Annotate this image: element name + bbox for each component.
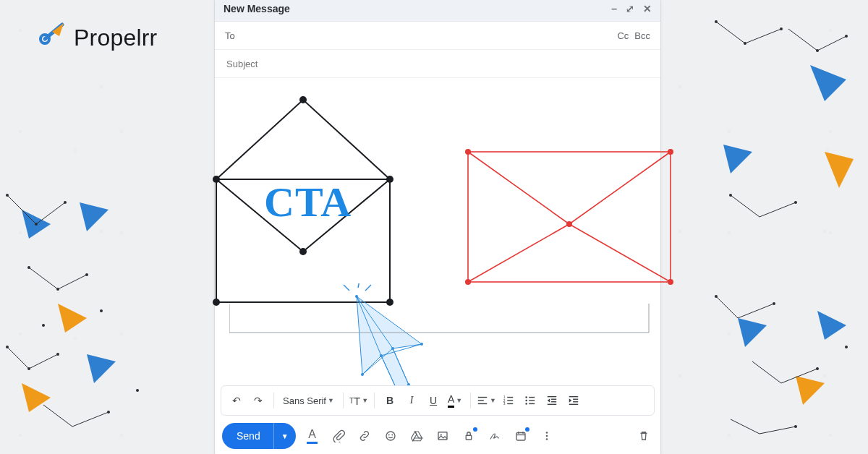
- svg-point-102: [525, 400, 527, 401]
- svg-point-77: [361, 373, 364, 376]
- svg-point-14: [42, 324, 45, 327]
- svg-point-54: [816, 367, 819, 370]
- font-family-select[interactable]: Sans Serif ▼: [280, 390, 337, 411]
- svg-marker-119: [412, 438, 422, 441]
- expand-icon[interactable]: ⤢: [626, 3, 634, 14]
- italic-icon[interactable]: I: [402, 390, 421, 411]
- compose-actions: Send ▼ A: [222, 421, 653, 450]
- undo-icon[interactable]: ↶: [227, 390, 246, 411]
- svg-point-59: [386, 176, 393, 183]
- svg-point-42: [794, 201, 797, 204]
- redo-icon[interactable]: ↷: [249, 390, 268, 411]
- svg-point-13: [85, 273, 88, 276]
- confidential-icon[interactable]: [459, 427, 478, 445]
- svg-line-34: [731, 195, 760, 217]
- subject-input[interactable]: [225, 55, 650, 72]
- svg-point-127: [545, 432, 548, 434]
- svg-point-103: [525, 403, 527, 404]
- minimize-icon[interactable]: –: [611, 3, 617, 14]
- compose-titlebar[interactable]: New Message – ⤢ ✕: [215, 0, 660, 22]
- svg-point-26: [136, 389, 139, 392]
- svg-line-32: [788, 29, 817, 51]
- svg-point-10: [64, 201, 67, 204]
- svg-marker-45: [817, 311, 846, 340]
- svg-line-4: [7, 195, 36, 224]
- bullet-list-icon[interactable]: [521, 390, 540, 411]
- svg-point-38: [780, 27, 783, 30]
- svg-point-129: [545, 438, 548, 440]
- send-options-dropdown[interactable]: ▼: [273, 423, 296, 449]
- attach-icon[interactable]: [329, 427, 348, 445]
- svg-point-23: [27, 367, 30, 370]
- svg-line-6: [29, 267, 58, 289]
- numbered-list-icon[interactable]: 123: [499, 390, 518, 411]
- svg-point-61: [299, 248, 307, 255]
- svg-line-49: [781, 369, 817, 383]
- svg-line-21: [72, 412, 109, 427]
- svg-line-30: [716, 22, 745, 43]
- more-options-icon[interactable]: [537, 427, 556, 445]
- emoji-icon[interactable]: [381, 427, 400, 445]
- svg-point-62: [213, 299, 220, 306]
- svg-point-11: [27, 266, 30, 269]
- font-size-icon[interactable]: TT▼: [349, 390, 368, 411]
- svg-line-78: [344, 285, 349, 291]
- drive-icon[interactable]: [407, 427, 426, 445]
- svg-point-12: [56, 288, 59, 291]
- indent-increase-icon[interactable]: [564, 390, 583, 411]
- svg-marker-113: [569, 398, 572, 402]
- cc-button[interactable]: Cc: [617, 30, 629, 41]
- subject-row[interactable]: [215, 50, 660, 78]
- underline-icon[interactable]: U: [424, 390, 443, 411]
- formatting-toolbar: ↶ ↷ Sans Serif ▼ TT▼ B I U A▼ ▼ 123: [221, 385, 655, 416]
- svg-marker-1: [22, 210, 51, 239]
- decorative-pattern: [709, 289, 868, 454]
- compose-window: New Message – ⤢ ✕ To Cc Bcc: [214, 0, 661, 454]
- svg-point-40: [845, 35, 848, 38]
- svg-point-58: [213, 176, 220, 183]
- svg-point-22: [6, 346, 9, 348]
- text-color-icon[interactable]: A▼: [446, 390, 464, 411]
- signature-icon[interactable]: [485, 427, 504, 445]
- svg-point-24: [56, 353, 59, 356]
- image-icon[interactable]: [433, 427, 452, 445]
- compose-body[interactable]: CTA: [215, 78, 660, 402]
- svg-marker-28: [810, 65, 846, 101]
- schedule-icon[interactable]: [511, 427, 530, 445]
- svg-line-46: [716, 296, 738, 318]
- svg-rect-122: [466, 435, 472, 440]
- to-row[interactable]: To Cc Bcc: [215, 22, 660, 50]
- svg-line-83: [569, 224, 671, 282]
- align-icon[interactable]: ▼: [477, 390, 496, 411]
- bold-icon[interactable]: B: [380, 390, 399, 411]
- svg-line-80: [365, 285, 371, 291]
- svg-marker-27: [723, 145, 752, 174]
- close-icon[interactable]: ✕: [643, 3, 652, 14]
- svg-point-39: [816, 49, 819, 52]
- link-icon[interactable]: [355, 427, 374, 445]
- svg-point-128: [545, 435, 548, 437]
- svg-marker-17: [22, 383, 51, 412]
- indent-decrease-icon[interactable]: [542, 390, 561, 411]
- page-stage: Propelrr: [0, 0, 868, 454]
- trash-icon[interactable]: [634, 427, 653, 445]
- svg-line-48: [752, 361, 781, 383]
- svg-point-60: [299, 96, 307, 103]
- svg-line-31: [745, 29, 781, 43]
- svg-point-52: [715, 295, 718, 298]
- closed-envelope-illustration: [461, 145, 678, 296]
- svg-line-50: [731, 419, 760, 434]
- decorative-pattern: [0, 181, 145, 354]
- svg-text:3: 3: [503, 402, 506, 406]
- svg-line-18: [7, 347, 29, 369]
- svg-line-19: [29, 354, 58, 369]
- svg-rect-81: [468, 152, 671, 282]
- bcc-button[interactable]: Bcc: [634, 30, 650, 41]
- svg-marker-29: [825, 152, 854, 188]
- svg-point-41: [729, 194, 732, 197]
- send-button[interactable]: Send ▼: [222, 423, 296, 449]
- send-label: Send: [222, 430, 273, 442]
- svg-line-82: [468, 224, 569, 282]
- to-input[interactable]: [263, 27, 617, 44]
- format-options-icon[interactable]: A: [303, 427, 322, 445]
